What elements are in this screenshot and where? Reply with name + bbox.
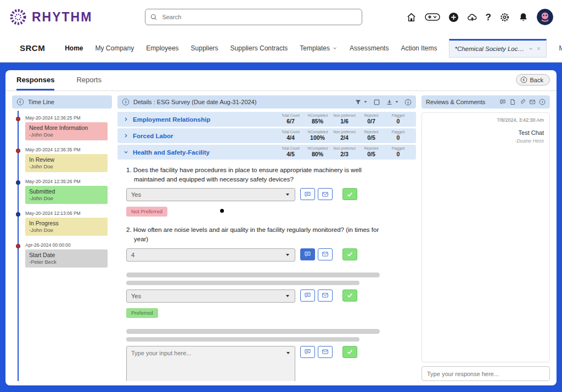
mail-icon <box>322 251 329 258</box>
nav-item-assessments[interactable]: Assessments <box>350 44 389 52</box>
rhythm-logo[interactable]: RHYTHM <box>9 8 92 26</box>
question-1-answer-select[interactable]: Yes <box>126 188 295 201</box>
section-health-safety-facility[interactable]: Health and Safety-Facility Total Count4/… <box>117 145 416 160</box>
timeline-date: May-20-2024 12:36:25 PM <box>25 115 112 121</box>
email-button[interactable] <box>318 289 333 302</box>
timeline-card: Start Date -Peter Beck <box>25 249 108 268</box>
nav-item-action-items[interactable]: Action Items <box>401 44 437 52</box>
approve-button[interactable] <box>342 188 357 200</box>
checkbox-icon[interactable] <box>373 99 380 106</box>
stat-non-preferred: Non preferred2/4 <box>331 130 358 141</box>
info-icon[interactable] <box>404 99 412 106</box>
home-building-icon[interactable] <box>406 12 417 22</box>
question-4-redacted-text <box>126 329 380 342</box>
email-button[interactable] <box>318 346 333 358</box>
back-button[interactable]: Back <box>516 74 550 86</box>
approve-button[interactable] <box>342 248 357 260</box>
question-2-answer-select[interactable]: 4 <box>126 248 295 262</box>
question-list: 1. Does the facility have procedures in … <box>117 160 416 381</box>
mail-icon[interactable] <box>529 99 536 105</box>
approve-button[interactable] <box>342 289 357 302</box>
selected-value: Yes <box>131 191 141 198</box>
nav-item-suppliers-contracts[interactable]: Suppliers Contracts <box>231 44 288 52</box>
timeline-item[interactable]: May-20-2024 12:35:26 PM Submitted -John … <box>25 179 112 204</box>
filter-funnel-icon[interactable] <box>355 99 362 106</box>
close-tab-icon[interactable] <box>536 46 541 51</box>
timeline-title: Time Line <box>28 99 54 105</box>
section-employment-relationship[interactable]: Employment Relationship Total Count6/7 %… <box>117 112 416 127</box>
timeline-item[interactable]: May-20-2024 12:36:35 PM In Review -John … <box>25 147 112 172</box>
question-2-controls: 4 <box>126 248 414 262</box>
comment-button[interactable] <box>300 346 315 358</box>
nav-item-home[interactable]: Home <box>65 44 83 52</box>
timeline-date: Apr-26-2024 00:00:00 <box>25 242 112 248</box>
reviews-header: Reviews & Comments <box>422 95 550 109</box>
document-icon[interactable] <box>509 99 516 105</box>
timeline-dot <box>16 149 20 153</box>
download-caret-icon[interactable] <box>395 100 399 104</box>
approve-button[interactable] <box>342 346 357 358</box>
question-3-answer-select[interactable]: Yes <box>126 289 295 303</box>
section-forced-labor[interactable]: Forced Labor Total Count4/4 %Completed10… <box>117 128 416 143</box>
timeline-item[interactable]: Apr-26-2024 00:00:00 Start Date -Peter B… <box>25 242 112 268</box>
filter-caret-icon[interactable] <box>363 100 368 104</box>
help-icon[interactable]: ? <box>486 13 491 22</box>
stat-rejected: Rejected0/5 <box>358 146 385 158</box>
nav-item-my-company[interactable]: My Company <box>95 44 134 52</box>
tab-responses[interactable]: Responses <box>16 70 54 90</box>
settings-gear-icon[interactable] <box>499 12 510 22</box>
tab-reports[interactable]: Reports <box>76 70 102 90</box>
stat-flagged: Flagged0 <box>385 113 412 125</box>
user-avatar[interactable] <box>537 9 553 25</box>
notifications-bell-icon[interactable] <box>518 12 529 22</box>
email-button[interactable] <box>318 188 333 200</box>
chevron-down-icon[interactable] <box>529 46 533 52</box>
panel-body: Time Line May-20-2024 12:36:25 PM Need M… <box>5 91 557 385</box>
section-stats: Total Count4/5 %Completed80% Non preferr… <box>277 146 412 158</box>
timeline-author: -John Doe <box>29 163 104 169</box>
timeline-item[interactable]: May-20-2024 12:13:06 PM In Progress -Joh… <box>25 211 112 236</box>
stat-flagged: Flagged0 <box>385 146 412 158</box>
search-input[interactable] <box>145 9 362 25</box>
question-4-text-input[interactable] <box>126 346 295 381</box>
comment-button-active[interactable] <box>300 248 315 260</box>
nav-item-suppliers[interactable]: Suppliers <box>191 44 218 52</box>
nav-item-templates[interactable]: Templates <box>300 44 338 52</box>
cursor-dot <box>220 209 224 213</box>
expand-right-icon[interactable] <box>122 98 130 106</box>
comment-button[interactable] <box>300 289 315 302</box>
section-list: Employment Relationship Total Count6/7 %… <box>117 112 416 160</box>
timeline-item[interactable]: May-20-2024 12:36:25 PM Need More Inform… <box>25 115 112 140</box>
timeline-dot <box>16 117 20 121</box>
question-3-controls: Yes <box>126 289 414 303</box>
comment-button[interactable] <box>300 188 315 200</box>
collapse-left-icon[interactable] <box>16 98 24 106</box>
nav-item-employees[interactable]: Employees <box>146 44 178 52</box>
nav-item-more[interactable]: More <box>559 44 562 52</box>
check-icon <box>346 251 353 258</box>
question-2-text: 2. How often are noise levels and air qu… <box>126 225 389 243</box>
details-header: Details : ESG Survey (Due date Aug-31-20… <box>117 95 416 109</box>
question-3-redacted-text <box>126 272 380 285</box>
download-icon[interactable] <box>386 99 393 106</box>
timeline-card: Need More Information -John Doe <box>25 122 108 140</box>
open-record-tab[interactable]: *Chemical Society Located i... <box>449 39 547 58</box>
comments-thread: 7/8/2024, 3:42:30 Am Test Chat -Duane He… <box>422 112 550 362</box>
chevron-down-icon <box>332 46 338 51</box>
add-icon[interactable] <box>448 12 459 22</box>
question-4-controls <box>126 346 414 381</box>
rhythm-logo-icon <box>9 8 27 26</box>
response-input[interactable] <box>422 366 550 381</box>
stat-rejected: Rejected0/7 <box>358 113 385 125</box>
section-stats: Total Count6/7 %Completed85% Non preferr… <box>277 113 412 125</box>
reviews-title: Reviews & Comments <box>426 99 496 105</box>
email-button[interactable] <box>318 248 333 260</box>
paperclip-icon[interactable] <box>519 99 526 105</box>
chat-bubble-icon <box>304 191 311 198</box>
details-title: Details : ESG Survey (Due date Aug-31-20… <box>133 99 351 105</box>
question-1-text: 1. Does the facility have procedures in … <box>126 166 389 184</box>
expand-right-icon[interactable] <box>539 99 546 105</box>
chat-bubble-icon[interactable] <box>499 99 506 105</box>
cloud-upload-icon[interactable] <box>467 12 477 22</box>
quick-toggle-icon[interactable] <box>425 13 440 21</box>
